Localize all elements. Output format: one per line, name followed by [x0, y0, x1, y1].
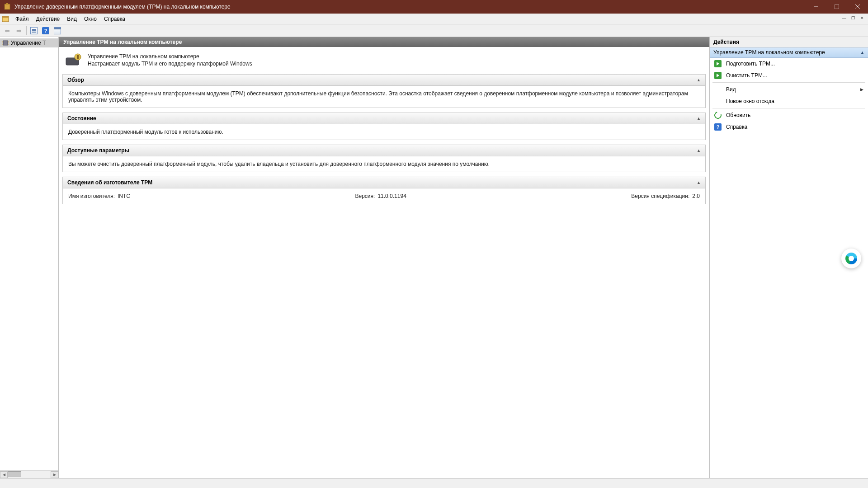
action-separator [712, 108, 865, 108]
action-refresh-label: Обновить [726, 112, 863, 118]
action-new-window-label: Новое окно отсюда [726, 98, 863, 104]
collapse-icon: ▲ [697, 116, 701, 121]
collapse-icon: ▲ [697, 78, 701, 82]
svg-rect-8 [3, 41, 8, 45]
collapse-icon: ▲ [697, 148, 701, 153]
panel-status-title: Состояние [67, 115, 96, 122]
mdi-close-button[interactable]: ✕ [858, 14, 866, 22]
submenu-arrow-icon: ▶ [860, 87, 863, 92]
intro-line2: Настраивает модуль TPM и его поддержку п… [88, 61, 252, 67]
manufacturer-version-label: Версия: [355, 193, 375, 199]
panel-manufacturer: Сведения об изготовителе TPM ▲ Имя изгот… [62, 177, 706, 204]
intro-line1: Управление TPM на локальном компьютере [88, 53, 252, 60]
tpm-intro-icon [64, 53, 82, 68]
arrow-right-icon: ➡ [16, 27, 22, 34]
action-refresh[interactable]: Обновить [710, 109, 868, 121]
maximize-button[interactable] [826, 0, 847, 14]
title-bar: Управление доверенным платформенным моду… [0, 0, 868, 14]
action-help[interactable]: ? Справка [710, 121, 868, 133]
mmc-icon [2, 15, 9, 23]
collapse-icon: ▲ [697, 180, 701, 185]
tree-body: Управление T [0, 37, 58, 470]
toolbar-separator [26, 26, 27, 35]
window-title: Управление доверенным платформенным моду… [14, 4, 806, 10]
spacer [714, 86, 722, 93]
svg-rect-17 [77, 55, 79, 59]
panel-options: Доступные параметры ▲ Вы можете очистить… [62, 145, 706, 172]
menu-window[interactable]: Окно [80, 14, 100, 23]
nav-forward-button: ➡ [14, 25, 24, 36]
action-clear-tpm[interactable]: Очистить TPM... [710, 70, 868, 81]
panel-status-body: Доверенный платформенный модуль готов к … [63, 124, 705, 140]
nav-back-button: ⬅ [2, 25, 13, 36]
minimize-button[interactable] [806, 0, 826, 14]
collapse-icon: ▲ [860, 50, 864, 55]
manufacturer-version-value: 11.0.0.1194 [377, 193, 406, 199]
tree-root-item[interactable]: Управление T [0, 38, 58, 47]
action-new-window[interactable]: Новое окно отсюда [710, 95, 868, 107]
panel-manufacturer-header[interactable]: Сведения об изготовителе TPM ▲ [63, 177, 705, 188]
manufacturer-spec-label: Версия спецификации: [631, 193, 689, 199]
workspace: Управление T ◀ ▶ Управление TPM на локал… [0, 37, 868, 478]
tree-pane: Управление T ◀ ▶ [0, 37, 59, 478]
menu-action[interactable]: Действие [33, 14, 64, 23]
edge-floating-icon[interactable] [841, 249, 861, 268]
arrow-left-icon: ⬅ [5, 27, 10, 34]
help-button[interactable]: ? [40, 25, 51, 36]
play-icon [714, 60, 722, 67]
panel-status: Состояние ▲ Доверенный платформенный мод… [62, 113, 706, 140]
manufacturer-name-value: INTC [118, 193, 130, 199]
refresh-icon [713, 110, 723, 120]
panel-options-body: Вы можете очистить доверенный платформен… [63, 156, 705, 172]
mdi-minimize-button[interactable]: — [840, 14, 848, 22]
properties-button[interactable] [28, 25, 39, 36]
action-view[interactable]: Вид ▶ [710, 84, 868, 95]
manufacturer-spec-value: 2.0 [692, 193, 700, 199]
scroll-track[interactable] [8, 471, 51, 478]
panel-options-header[interactable]: Доступные параметры ▲ [63, 145, 705, 156]
menu-file[interactable]: Файл [12, 14, 33, 23]
tpm-chip-icon [2, 39, 9, 47]
actions-group-header[interactable]: Управление TPM на локальном компьютере ▲ [710, 47, 868, 58]
action-view-label: Вид [726, 86, 856, 93]
panel-overview-title: Обзор [67, 77, 84, 83]
scroll-thumb[interactable] [8, 471, 21, 477]
toolbar: ⬅ ➡ ? [0, 24, 868, 37]
center-pane: Управление TPM на локальном компьютере У… [59, 37, 710, 478]
play-icon [714, 72, 722, 79]
menu-view[interactable]: Вид [63, 14, 80, 23]
menu-help[interactable]: Справка [100, 14, 129, 23]
manufacturer-name-label: Имя изготовителя: [68, 193, 115, 199]
spacer [714, 98, 722, 105]
actions-group-title: Управление TPM на локальном компьютере [713, 49, 825, 56]
manufacturer-row: Имя изготовителя: INTC Версия: 11.0.0.11… [68, 193, 700, 199]
panel-status-header[interactable]: Состояние ▲ [63, 113, 705, 124]
panel-manufacturer-title: Сведения об изготовителе TPM [67, 179, 152, 186]
scroll-left-button[interactable]: ◀ [0, 471, 8, 478]
action-separator [712, 82, 865, 83]
tree-horizontal-scrollbar[interactable]: ◀ ▶ [0, 470, 58, 478]
status-bar [0, 478, 868, 488]
center-title: Управление TPM на локальном компьютере [59, 37, 709, 47]
action-clear-label: Очистить TPM... [726, 72, 863, 79]
mdi-restore-button[interactable]: ❐ [849, 14, 857, 22]
svg-rect-7 [2, 16, 9, 18]
svg-rect-3 [835, 5, 839, 9]
edge-logo-icon [845, 253, 857, 264]
scroll-right-button[interactable]: ▶ [51, 471, 58, 478]
intro-row: Управление TPM на локальном компьютере Н… [62, 51, 706, 74]
actions-pane-title: Действия [710, 37, 868, 47]
svg-rect-1 [6, 3, 8, 5]
tree-root-label: Управление T [11, 40, 46, 46]
properties-icon [30, 27, 38, 34]
action-help-label: Справка [726, 124, 863, 130]
action-prepare-tpm[interactable]: Подготовить TPM... [710, 58, 868, 70]
menu-bar: Файл Действие Вид Окно Справка — ❐ ✕ [0, 14, 868, 24]
close-button[interactable] [847, 0, 868, 14]
window-icon [54, 27, 61, 34]
help-icon: ? [714, 123, 722, 131]
center-body: Управление TPM на локальном компьютере Н… [59, 47, 709, 478]
show-hide-tree-button[interactable] [52, 25, 63, 36]
panel-overview-header[interactable]: Обзор ▲ [63, 75, 705, 86]
help-icon: ? [42, 27, 49, 34]
